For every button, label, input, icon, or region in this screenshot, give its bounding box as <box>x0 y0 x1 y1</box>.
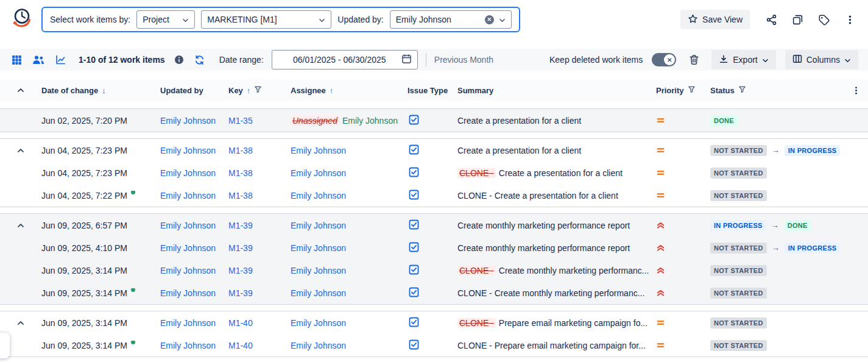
filter-funnel-icon[interactable] <box>738 85 746 95</box>
key-link[interactable]: M1-38 <box>228 191 253 201</box>
task-type-icon <box>409 317 419 329</box>
table-row[interactable]: Jun 02, 2025, 7:20 PM Emily Johnson M1-3… <box>0 109 868 132</box>
chevron-down-icon <box>499 15 506 24</box>
assignee-link[interactable]: Emily Johnson <box>291 341 346 350</box>
summary-text: CLONE - Prepare email marketing campaign… <box>457 341 646 350</box>
table-row[interactable]: Jun 09, 2025, 3:14 PM Emily Johnson M1-4… <box>0 311 868 334</box>
assignee-link[interactable]: Emily Johnson <box>291 288 346 298</box>
column-header-date[interactable]: Date of change ↓ <box>41 86 160 95</box>
table-row[interactable]: Jun 09, 2025, 4:10 PM Emily Johnson M1-3… <box>0 236 868 259</box>
columns-button[interactable]: Columns <box>785 50 858 69</box>
assignee-link[interactable]: Emily Johnson <box>291 191 346 201</box>
assignee-link[interactable]: Emily Johnson <box>291 146 346 155</box>
tag-icon[interactable] <box>815 11 832 28</box>
collapse-all-control[interactable] <box>0 88 41 93</box>
column-label: Priority <box>656 86 684 95</box>
filter-by-value: Project <box>143 15 169 24</box>
duplicate-view-icon[interactable] <box>789 11 806 28</box>
updated-by-link[interactable]: Emily Johnson <box>160 243 216 253</box>
column-header-priority[interactable]: Priority <box>656 85 710 95</box>
task-type-icon <box>409 115 419 127</box>
key-link[interactable]: M1-39 <box>228 288 253 298</box>
group-collapse-chevron[interactable] <box>17 321 24 325</box>
new-item-dot <box>131 341 135 345</box>
chart-view-icon[interactable] <box>54 53 67 66</box>
updated-by-value: Emily Johnson <box>396 15 480 24</box>
key-link[interactable]: M1-40 <box>228 318 253 328</box>
column-header-status[interactable]: Status <box>710 85 844 95</box>
assignee-link[interactable]: Emily Johnson <box>342 116 398 126</box>
clear-icon[interactable]: ✕ <box>485 15 494 24</box>
updated-by-link[interactable]: Emily Johnson <box>160 341 216 350</box>
table-row[interactable]: Jun 04, 2025, 7:22 PM Emily Johnson M1-3… <box>0 184 868 207</box>
people-view-icon[interactable] <box>32 53 45 66</box>
date-text: Jun 09, 2025, 6:57 PM <box>41 221 127 230</box>
sort-asc-icon[interactable]: ↑ <box>247 86 251 95</box>
sort-asc-icon[interactable]: ↑ <box>330 86 334 95</box>
table-options-kebab-icon[interactable] <box>844 86 868 95</box>
updated-by-link[interactable]: Emily Johnson <box>160 318 216 328</box>
updated-by-dropdown[interactable]: Emily Johnson ✕ <box>390 10 512 29</box>
key-link[interactable]: M1-39 <box>228 221 253 230</box>
priority-icon <box>656 116 665 125</box>
filter-by-dropdown[interactable]: Project <box>136 10 195 29</box>
filter-funnel-icon[interactable] <box>254 85 262 95</box>
assignee-link[interactable]: Emily Johnson <box>291 168 346 178</box>
column-header-updated-by[interactable]: Updated by <box>160 86 228 95</box>
column-header-assignee[interactable]: Assignee ↑ <box>291 86 408 95</box>
status-badge: IN PROGRESS <box>785 243 841 254</box>
key-link[interactable]: M1-40 <box>228 341 253 350</box>
table-row[interactable]: Jun 09, 2025, 3:14 PM Emily Johnson M1-3… <box>0 282 868 304</box>
assignee-link[interactable]: Emily Johnson <box>291 266 346 275</box>
sort-desc-icon[interactable]: ↓ <box>102 86 106 95</box>
group-collapse-chevron[interactable] <box>17 148 24 153</box>
updated-by-link[interactable]: Emily Johnson <box>160 288 216 298</box>
assignee-link[interactable]: Emily Johnson <box>291 243 346 253</box>
keep-deleted-toggle[interactable]: ✕ <box>652 53 676 66</box>
key-link[interactable]: M1-38 <box>228 168 253 178</box>
trash-icon[interactable] <box>685 51 702 68</box>
assignee-link[interactable]: Emily Johnson <box>291 221 346 230</box>
table-body: Jun 02, 2025, 7:20 PM Emily Johnson M1-3… <box>0 108 868 357</box>
row-group: Jun 09, 2025, 6:57 PM Emily Johnson M1-3… <box>0 213 868 305</box>
date-range-input[interactable]: 06/01/2025 - 06/30/2025 <box>272 50 418 69</box>
info-icon[interactable] <box>173 54 185 66</box>
filter-label: Select work items by: <box>50 15 130 24</box>
key-link[interactable]: M1-39 <box>228 266 253 275</box>
save-view-button[interactable]: Save View <box>680 10 750 29</box>
row-group: Jun 02, 2025, 7:20 PM Emily Johnson M1-3… <box>0 108 868 132</box>
table-row[interactable]: Jun 09, 2025, 3:14 PM Emily Johnson M1-3… <box>0 259 868 282</box>
column-header-issue-type[interactable]: Issue Type <box>408 86 457 95</box>
column-header-summary[interactable]: Summary <box>457 86 656 95</box>
table-row[interactable]: Jun 09, 2025, 3:14 PM Emily Johnson M1-4… <box>0 334 868 357</box>
updated-by-link[interactable]: Emily Johnson <box>160 116 216 126</box>
updated-by-link[interactable]: Emily Johnson <box>160 266 216 275</box>
work-item-filter-group: Select work items by: Project MARKETING … <box>41 7 520 32</box>
refresh-icon[interactable] <box>193 53 206 66</box>
updated-by-link[interactable]: Emily Johnson <box>160 146 216 155</box>
table-row[interactable]: Jun 04, 2025, 7:23 PM Emily Johnson M1-3… <box>0 161 868 184</box>
column-header-key[interactable]: Key ↑ <box>228 85 291 95</box>
assignee-removed-text: Unassigned <box>291 116 339 126</box>
assignee-link[interactable]: Emily Johnson <box>291 318 346 328</box>
summary-text: Create a presentation for a client <box>457 116 581 126</box>
key-link[interactable]: M1-38 <box>228 146 253 155</box>
floating-widget-button[interactable] <box>0 333 10 358</box>
updated-by-link[interactable]: Emily Johnson <box>160 191 216 201</box>
table-row[interactable]: Jun 09, 2025, 6:57 PM Emily Johnson M1-3… <box>0 214 868 236</box>
filter-funnel-icon[interactable] <box>688 85 696 95</box>
status-badge: NOT STARTED <box>710 288 767 299</box>
more-options-kebab-icon[interactable] <box>841 11 858 28</box>
updated-by-link[interactable]: Emily Johnson <box>160 221 216 230</box>
project-dropdown[interactable]: MARKETING [M1] <box>201 10 331 29</box>
grid-view-icon[interactable] <box>10 53 23 66</box>
share-icon[interactable] <box>763 11 780 28</box>
key-link[interactable]: M1-35 <box>228 116 253 126</box>
group-collapse-chevron[interactable] <box>17 223 24 228</box>
table-row[interactable]: Jun 04, 2025, 7:23 PM Emily Johnson M1-3… <box>0 139 868 161</box>
key-link[interactable]: M1-39 <box>228 243 253 253</box>
previous-month-link[interactable]: Previous Month <box>434 55 493 65</box>
export-button[interactable]: Export <box>711 50 775 69</box>
updated-by-link[interactable]: Emily Johnson <box>160 168 216 178</box>
work-item-count: 1-10 of 12 work items <box>79 55 165 65</box>
